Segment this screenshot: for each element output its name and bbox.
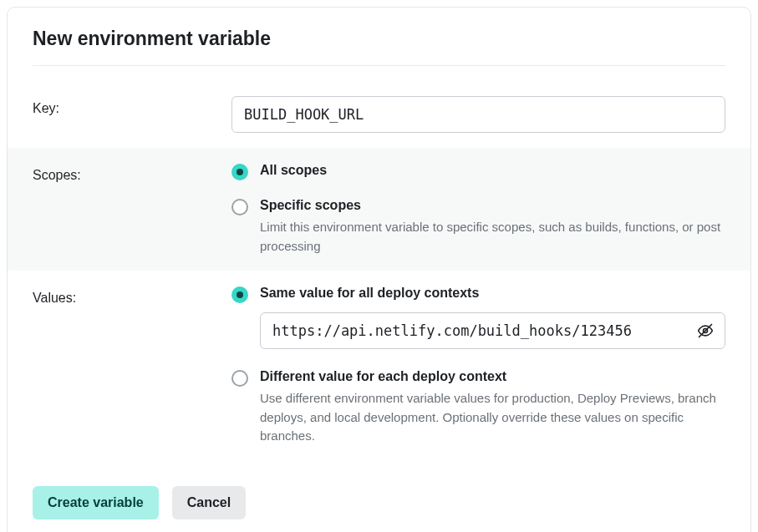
- values-row: Values: Same value for all deploy contex…: [8, 271, 750, 461]
- scope-specific-label: Specific scopes: [260, 198, 725, 213]
- radio-all-scopes[interactable]: [231, 164, 248, 180]
- radio-same-value[interactable]: [231, 286, 248, 303]
- form-footer: Create variable Cancel: [8, 461, 750, 533]
- values-label: Values:: [33, 286, 231, 446]
- key-label: Key:: [33, 96, 231, 133]
- visibility-toggle-icon[interactable]: [695, 321, 715, 341]
- value-option-different[interactable]: Different value for each deploy context …: [231, 369, 725, 446]
- value-input[interactable]: [260, 312, 725, 349]
- radio-specific-scopes[interactable]: [231, 199, 248, 215]
- key-row: Key:: [8, 81, 750, 148]
- value-option-same[interactable]: Same value for all deploy contexts: [231, 286, 725, 349]
- value-same-label: Same value for all deploy contexts: [260, 286, 725, 301]
- page-title: New environment variable: [33, 28, 725, 66]
- scope-specific-desc: Limit this environment variable to speci…: [260, 218, 725, 256]
- radio-different-value[interactable]: [231, 370, 248, 387]
- value-different-label: Different value for each deploy context: [260, 369, 725, 384]
- card-header: New environment variable: [8, 8, 750, 81]
- scopes-label: Scopes:: [33, 163, 231, 256]
- scope-option-all[interactable]: All scopes: [231, 163, 725, 183]
- create-variable-button[interactable]: Create variable: [33, 486, 159, 519]
- scope-all-label: All scopes: [260, 163, 725, 178]
- cancel-button[interactable]: Cancel: [172, 486, 246, 519]
- env-var-form-card: New environment variable Key: Scopes: Al…: [7, 7, 751, 532]
- key-input[interactable]: [231, 96, 725, 133]
- scope-option-specific[interactable]: Specific scopes Limit this environment v…: [231, 198, 725, 256]
- scopes-row: Scopes: All scopes Specific scopes Limit…: [8, 148, 750, 271]
- value-different-desc: Use different environment variable value…: [260, 389, 725, 446]
